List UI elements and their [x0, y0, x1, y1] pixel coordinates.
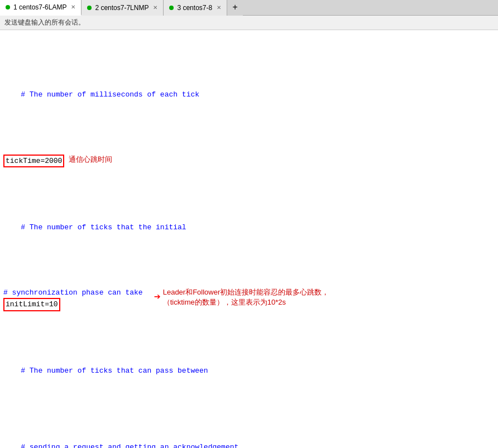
line-ticktime: tickTime=2000 通信心跳时间 [3, 155, 495, 168]
leader-annotation: Leader和Follower初始连接时能容忍的最多心跳数，（ticktime的… [163, 287, 342, 307]
tab-3[interactable]: 3 centos7-8 ✕ [164, 0, 227, 16]
ticktime-annotation: 通信心跳时间 [69, 155, 112, 165]
tab-1-close[interactable]: ✕ [71, 4, 75, 10]
tab-2-dot [87, 6, 92, 10]
content-area: # The number of milliseconds of each tic… [0, 30, 498, 448]
tab-bar: 1 centos7-6LAMP ✕ 2 centos7-7LNMP ✕ 3 ce… [0, 0, 498, 16]
comment-5: # The number of ticks that can pass betw… [21, 367, 208, 375]
comment-6: # sending a request and getting an ackno… [21, 443, 238, 449]
tab-1[interactable]: 1 centos7-6LAMP ✕ [0, 0, 82, 16]
new-tab-button[interactable]: + [227, 0, 243, 16]
comment-1: # The number of milliseconds of each tic… [21, 90, 199, 99]
ticktime-box: tickTime=2000 [3, 155, 64, 168]
sync-comment-line: # synchronization phase can take [3, 287, 143, 298]
initlimit-box: initLimit=10 [3, 298, 60, 311]
line-6: # sending a request and getting an ackno… [3, 431, 495, 448]
tab-3-dot [169, 6, 174, 10]
toolbar-text: 发送键盘输入的所有会话。 [4, 18, 85, 26]
tab-3-label: 3 centos7-8 [177, 4, 212, 12]
line-3: # The number of ticks that the initial [3, 211, 495, 244]
sync-comment: # synchronization phase can take [3, 288, 143, 297]
line-sync: # synchronization phase can take initLim… [3, 287, 495, 311]
tab-2[interactable]: 2 centos7-7LNMP ✕ [82, 0, 164, 16]
initlimit-line: initLimit=10 [3, 298, 143, 311]
line-5: # The number of ticks that can pass betw… [3, 355, 495, 388]
leader-annotation-block: ➔ Leader和Follower初始连接时能容忍的最多心跳数，（ticktim… [154, 287, 342, 307]
tab-2-close[interactable]: ✕ [153, 4, 157, 11]
tab-3-close[interactable]: ✕ [217, 4, 221, 11]
arrow-icon: ➔ [154, 289, 161, 306]
line-1: # The number of milliseconds of each tic… [3, 78, 495, 111]
comment-3: # The number of ticks that the initial [21, 223, 186, 232]
toolbar: 发送键盘输入的所有会话。 [0, 16, 498, 30]
tab-2-label: 2 centos7-7LNMP [95, 4, 149, 12]
sync-code-block: # synchronization phase can take initLim… [3, 287, 143, 311]
tab-1-label: 1 centos7-6LAMP [13, 3, 66, 11]
tab-1-dot [6, 5, 10, 9]
